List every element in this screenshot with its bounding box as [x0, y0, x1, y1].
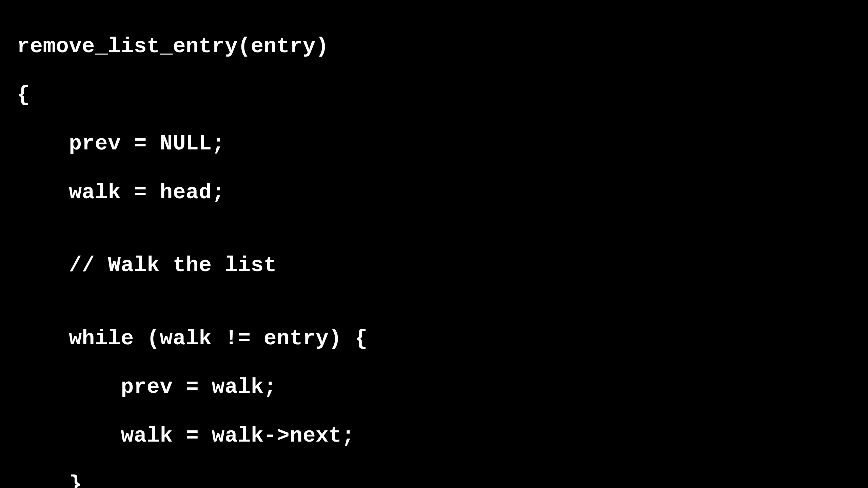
code-line: { — [17, 83, 851, 107]
code-line: } — [17, 472, 851, 488]
code-line: prev = NULL; — [17, 132, 851, 156]
code-line: walk = head; — [17, 181, 851, 205]
code-line: // Walk the list — [17, 253, 851, 278]
code-line: while (walk != entry) { — [17, 327, 851, 351]
code-line: walk = walk->next; — [17, 424, 851, 448]
code-line: prev = walk; — [17, 375, 851, 400]
code-line: remove_list_entry(entry) — [17, 35, 851, 59]
code-block: remove_list_entry(entry) { prev = NULL; … — [0, 0, 868, 488]
